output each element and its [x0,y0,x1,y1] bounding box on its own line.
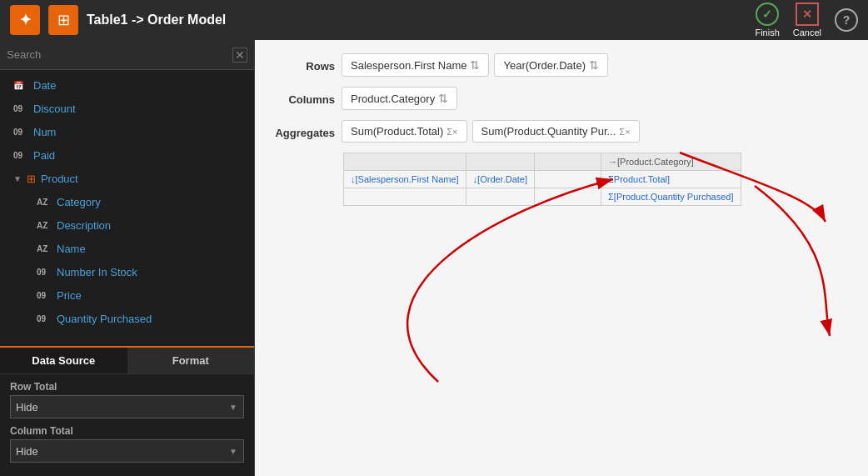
preview-cell-salesperson: ↓[Salesperson.First Name] [344,171,466,188]
row-pill-salesperson[interactable]: Salesperson.First Name ⇅ [342,53,489,77]
cancel-label: Cancel [793,28,821,38]
sidebar-item-description[interactable]: AZ Description [0,213,254,237]
preview-cell-empty-6 [535,188,601,206]
sidebar-item-paid-label: Paid [33,149,55,162]
aggregates-pills: Sum(Product.Total) Σ× Sum(Product.Quanti… [342,120,640,143]
row-total-dropdown[interactable]: Hide Show Show After [10,395,244,418]
preview-cell-sum-qty: Σ[Product.Quantity Purchased] [601,188,741,206]
sidebar-item-date-label: Date [33,79,56,92]
num-type-badge: 09 [13,128,28,137]
content-area: Rows Salesperson.First Name ⇅ Year(Order… [255,40,868,476]
product-collapse-icon: ▼ [13,174,22,183]
sidebar-item-quantity-purchased[interactable]: 09 Quantity Purchased [0,307,254,330]
sum-qty-pill-text: Sum(Product.Quantity Pur... [481,125,616,138]
sidebar-item-discount-label: Discount [33,103,76,115]
sidebar-tabs: Data Source Format [0,346,254,373]
row-total-section: Row Total Hide Show Show After [10,381,244,418]
preview-cell-order-date: ↓[Order.Date] [466,171,534,188]
preview-header-row: →[Product.Category] [344,153,741,171]
sidebar-item-price[interactable]: 09 Price [0,283,254,307]
sidebar-item-paid[interactable]: 09 Paid [0,143,254,167]
preview-cell-product-category: →[Product.Category] [601,153,741,171]
year-order-sort-icon[interactable]: ⇅ [589,58,599,72]
column-pill-product-category[interactable]: Product.Category ⇅ [342,87,457,110]
sidebar-item-product[interactable]: ▼ ⊞ Product [0,167,254,190]
preview-data-row-2: Σ[Product.Quantity Purchased] [344,188,741,206]
product-category-sort-icon[interactable]: ⇅ [438,92,448,105]
sidebar-item-num[interactable]: 09 Num [0,120,254,143]
sum-total-sigma-icon[interactable]: Σ× [446,127,457,137]
sidebar-list: 📅 Date 09 Discount 09 Num 09 Paid ▼ ⊞ [0,70,254,346]
cancel-button[interactable]: ✕ Cancel [793,3,821,38]
table-icon-box: ⊞ [48,5,78,35]
preview-cell-empty-2 [466,153,534,171]
discount-type-badge: 09 [13,104,28,113]
preview-cell-empty-3 [535,153,601,171]
arrow-aggregate-to-preview [755,186,830,336]
sidebar-item-description-label: Description [57,219,111,232]
column-total-label: Column Total [10,425,244,437]
finish-button[interactable]: ✓ Finish [755,3,779,38]
sum-total-pill-text: Sum(Product.Total) [351,125,443,138]
salesperson-sort-icon[interactable]: ⇅ [470,58,480,72]
sidebar-item-category[interactable]: AZ Category [0,190,254,213]
cancel-icon: ✕ [796,3,819,26]
help-button[interactable]: ? [835,8,858,32]
column-total-dropdown[interactable]: Hide Show Show After [10,439,244,463]
preview-cell-empty-1 [344,153,466,171]
logo-icon: ✦ [19,11,32,29]
aggregate-pill-sum-qty[interactable]: Sum(Product.Quantity Pur... Σ× [472,120,640,143]
sidebar-item-number-in-stock-label: Number In Stock [57,266,137,278]
sidebar-item-product-label: Product [41,173,78,185]
preview-cell-sum-total: ΣProduct.Total] [601,171,741,188]
salesperson-pill-text: Salesperson.First Name [351,59,466,72]
columns-section: Columns Product.Category ⇅ [268,87,855,110]
sidebar-item-date[interactable]: 📅 Date [0,73,254,97]
sidebar-item-number-in-stock[interactable]: 09 Number In Stock [0,260,254,283]
aggregates-label: Aggregates [268,120,335,139]
bottom-panel: Row Total Hide Show Show After Column To… [0,373,254,476]
aggregate-pill-sum-total[interactable]: Sum(Product.Total) Σ× [342,120,467,143]
product-table-icon: ⊞ [27,173,36,185]
app-logo: ✦ [10,5,40,35]
finish-icon: ✓ [756,3,779,26]
description-type-badge: AZ [37,221,52,230]
row-total-dropdown-wrapper: Hide Show Show After [10,395,244,418]
arrow-qty-to-aggregate [407,179,613,382]
preview-container: →[Product.Category] ↓[Salesperson.First … [343,153,855,206]
sidebar-item-name[interactable]: AZ Name [0,237,254,260]
sidebar-item-quantity-purchased-label: Quantity Purchased [57,313,152,325]
aggregates-section: Aggregates Sum(Product.Total) Σ× Sum(Pro… [268,120,855,143]
page-title: Table1 -> Order Model [87,13,746,28]
name-type-badge: AZ [37,244,52,253]
search-clear-button[interactable]: ✕ [232,48,247,63]
search-input[interactable] [7,48,227,61]
columns-label: Columns [268,87,335,106]
rows-section: Rows Salesperson.First Name ⇅ Year(Order… [268,53,855,77]
finish-label: Finish [755,28,779,38]
row-pill-year-order[interactable]: Year(Order.Date) ⇅ [494,53,608,77]
row-total-label: Row Total [10,381,244,393]
sidebar-item-discount[interactable]: 09 Discount [0,97,254,120]
date-type-icon: 📅 [13,81,28,90]
rows-label: Rows [268,53,335,73]
preview-data-row-1: ↓[Salesperson.First Name] ↓[Order.Date] … [344,171,741,188]
sum-qty-sigma-icon[interactable]: Σ× [619,127,630,137]
product-category-pill-text: Product.Category [351,93,435,105]
tab-format[interactable]: Format [127,348,255,373]
sidebar-item-num-label: Num [33,126,56,138]
table-icon: ⊞ [57,11,70,29]
preview-table: →[Product.Category] ↓[Salesperson.First … [343,153,741,206]
header-actions: ✓ Finish ✕ Cancel ? [755,3,858,38]
columns-pills: Product.Category ⇅ [342,87,457,110]
tab-data-source[interactable]: Data Source [0,348,127,373]
preview-cell-empty-5 [466,188,534,206]
search-bar: ✕ [0,40,254,70]
help-icon: ? [835,8,858,32]
sidebar-item-price-label: Price [57,289,82,302]
price-type-badge: 09 [37,291,52,300]
quantity-type-badge: 09 [37,314,52,323]
category-type-badge: AZ [37,198,52,207]
main-layout: ✕ 📅 Date 09 Discount 09 Num 09 Paid [0,40,868,476]
preview-cell-empty-4 [344,188,466,206]
